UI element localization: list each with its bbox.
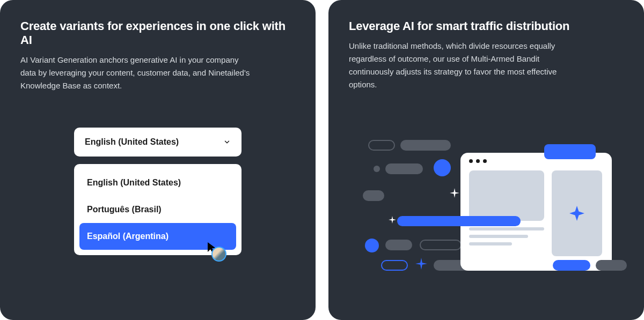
dropdown-option-selected[interactable]: Español (Argentina) bbox=[79, 223, 236, 250]
content-block-icon bbox=[469, 170, 544, 221]
avatar bbox=[211, 247, 226, 262]
chevron-down-icon bbox=[223, 138, 231, 146]
sparkle-icon bbox=[450, 188, 459, 198]
dropdown-option[interactable]: Português (Brasil) bbox=[79, 196, 236, 223]
pill-icon bbox=[363, 190, 384, 201]
bar-icon bbox=[397, 216, 521, 226]
pill-icon bbox=[596, 260, 627, 271]
content-block-icon bbox=[552, 170, 602, 256]
card-description: Unlike traditional methods, which divide… bbox=[349, 40, 580, 91]
dropdown-trigger[interactable]: English (United States) bbox=[74, 128, 241, 157]
feature-card-traffic: Leverage AI for smart traffic distributi… bbox=[328, 0, 644, 320]
dropdown-selected-label: English (United States) bbox=[85, 137, 179, 147]
sparkle-icon bbox=[569, 206, 584, 221]
dropdown-option[interactable]: English (United States) bbox=[79, 169, 236, 196]
pill-icon bbox=[420, 240, 462, 250]
pill-icon bbox=[553, 260, 590, 271]
pill-icon bbox=[381, 260, 408, 271]
sparkle-icon bbox=[389, 216, 396, 224]
card-title: Create variants for experiences in one c… bbox=[20, 19, 295, 47]
feature-card-variants: Create variants for experiences in one c… bbox=[0, 0, 316, 320]
dot-icon bbox=[374, 166, 380, 172]
content-lines-icon bbox=[469, 227, 544, 245]
dot-icon bbox=[365, 239, 379, 252]
dot-icon bbox=[434, 159, 451, 176]
card-title: Leverage AI for smart traffic distributi… bbox=[349, 19, 624, 33]
pill-icon bbox=[385, 240, 412, 250]
dropdown-option-label: Español (Argentina) bbox=[87, 232, 169, 241]
window-controls-icon bbox=[469, 159, 603, 163]
pill-icon bbox=[368, 140, 395, 151]
card-description: AI Variant Generation anchors generative… bbox=[20, 54, 251, 92]
traffic-illustration bbox=[353, 137, 633, 297]
dropdown-menu: English (United States) Português (Brasi… bbox=[74, 164, 241, 255]
browser-mockup bbox=[460, 153, 612, 271]
pill-icon bbox=[400, 140, 451, 151]
language-dropdown: English (United States) English (United … bbox=[74, 128, 241, 255]
browser-tab-icon bbox=[544, 144, 596, 159]
sparkle-icon bbox=[415, 258, 427, 270]
pill-icon bbox=[385, 163, 423, 174]
